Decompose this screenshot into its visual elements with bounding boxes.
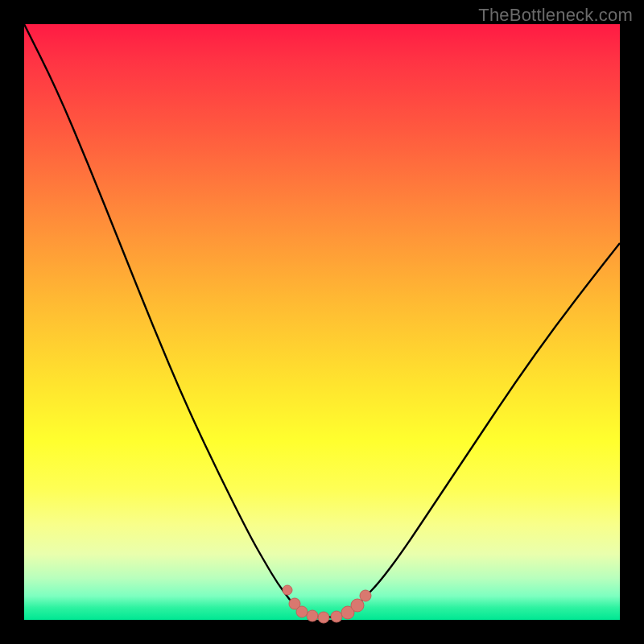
valley-marker bbox=[318, 612, 329, 623]
valley-marker-group bbox=[283, 585, 371, 623]
valley-marker bbox=[331, 611, 342, 622]
curve-svg bbox=[24, 24, 620, 620]
bottleneck-curve-right bbox=[362, 243, 620, 600]
bottleneck-curve-left bbox=[24, 24, 290, 600]
chart-frame: TheBottleneck.com bbox=[0, 0, 644, 644]
valley-marker bbox=[360, 590, 371, 601]
valley-marker bbox=[307, 610, 318, 621]
watermark-text: TheBottleneck.com bbox=[478, 5, 633, 26]
valley-marker bbox=[296, 606, 308, 617]
plot-area bbox=[24, 24, 620, 620]
valley-marker bbox=[283, 585, 292, 595]
valley-marker bbox=[351, 599, 364, 612]
